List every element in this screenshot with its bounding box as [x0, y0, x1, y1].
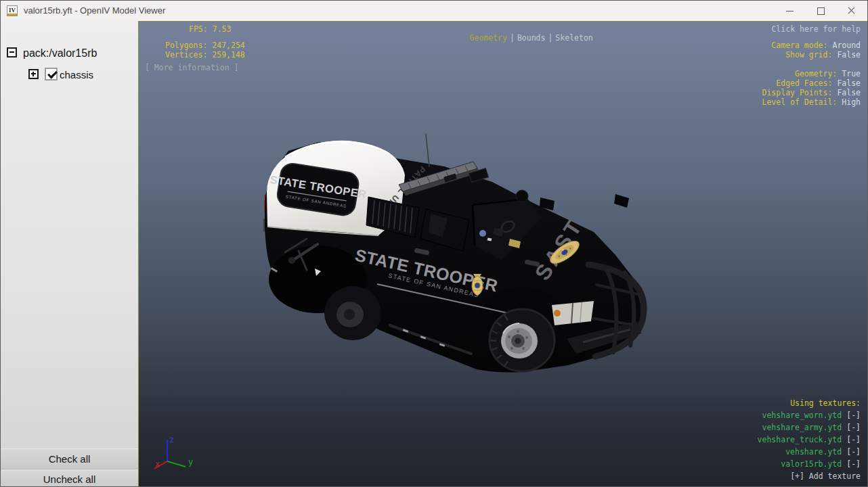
minimize-icon	[786, 11, 794, 11]
flag-level-of-detail[interactable]: Level of Detail:High	[762, 98, 861, 107]
tab-skeleton[interactable]: Skeleton	[555, 33, 592, 43]
texture-row: valor15rb.ytd[-]	[781, 460, 861, 469]
chassis-checkbox[interactable]	[45, 68, 58, 80]
add-texture-button[interactable]: [+] Add texture	[790, 472, 861, 481]
flag-display-points[interactable]: Display Points:False	[762, 89, 861, 97]
uncheck-all-button[interactable]: Uncheck all	[1, 469, 138, 487]
remove-texture-button[interactable]: [-]	[846, 459, 861, 469]
app-icon-letters: IV	[7, 7, 17, 14]
viewport: STATE TROOPER STATE OF SAN ANDREAS PATRO…	[138, 21, 868, 487]
titlebar[interactable]: IV valor15rb.yft - OpenIV Model Viewer	[1, 1, 867, 21]
remove-texture-button[interactable]: [-]	[846, 423, 861, 432]
texture-name: vehshare_army.ytd	[762, 423, 842, 432]
setting-camera-mode[interactable]: Camera mode:Around	[771, 41, 861, 50]
textures-header: Using textures:	[790, 399, 861, 408]
expand-icon[interactable]	[28, 69, 39, 79]
texture-name: vehshare_truck.ytd	[758, 435, 842, 444]
axis-y-label: y	[188, 457, 193, 467]
close-button[interactable]	[836, 1, 867, 21]
polygons-counter: Polygons:247,254	[165, 41, 245, 50]
tab-geometry[interactable]: Geometry	[470, 33, 507, 43]
flag-geometry[interactable]: Geometry:True	[795, 70, 861, 78]
remove-texture-button[interactable]: [-]	[846, 435, 861, 444]
help-link[interactable]: Click here for help	[771, 25, 861, 34]
window-title: valor15rb.yft - OpenIV Model Viewer	[24, 1, 165, 21]
model-tree-panel: pack:/valor15rb chassis Check all Unchec…	[1, 21, 138, 487]
app-icon-gold-bar	[7, 14, 17, 16]
setting-show-grid[interactable]: Show grid:False	[785, 51, 861, 60]
collapse-icon[interactable]	[7, 47, 17, 57]
texture-row: vehshare_truck.ytd[-]	[758, 436, 861, 444]
texture-row: vehshare.ytd[-]	[785, 448, 861, 457]
texture-name: vehshare_worn.ytd	[762, 411, 842, 420]
tree-root-label[interactable]: pack:/valor15rb	[23, 47, 97, 60]
app-icon: IV	[7, 5, 18, 16]
remove-texture-button[interactable]: [-]	[846, 411, 861, 420]
front-wheel	[490, 309, 555, 371]
fps-counter: FPS:7.53	[189, 25, 231, 34]
texture-name: valor15rb.ytd	[781, 459, 842, 469]
axis-z-label: z	[169, 435, 174, 444]
more-information-link[interactable]: [ More information ]	[145, 64, 238, 72]
maximize-button[interactable]	[806, 1, 836, 21]
texture-name: vehshare.ytd	[785, 447, 842, 457]
tree-item-chassis[interactable]: chassis	[60, 69, 93, 80]
texture-row: vehshare_army.ytd[-]	[762, 423, 861, 432]
check-all-button[interactable]: Check all	[1, 448, 138, 469]
maximize-icon	[817, 7, 825, 15]
axis-x-label: x	[155, 459, 160, 469]
texture-row: vehshare_worn.ytd[-]	[762, 411, 861, 420]
tab-bounds[interactable]: Bounds	[517, 33, 546, 43]
view-mode-tabs: Geometry|Bounds|Skeleton	[441, 25, 593, 51]
flag-edged-faces[interactable]: Edged Faces:False	[776, 79, 861, 88]
openiv-model-viewer-window: IV valor15rb.yft - OpenIV Model Viewer p…	[0, 0, 868, 487]
vertices-counter: Vertices:259,148	[165, 51, 245, 60]
check-icon	[47, 69, 58, 79]
model-3d-truck[interactable]: STATE TROOPER STATE OF SAN ANDREAS PATRO…	[139, 22, 868, 487]
minimize-button[interactable]	[775, 1, 805, 21]
remove-texture-button[interactable]: [-]	[846, 447, 861, 457]
